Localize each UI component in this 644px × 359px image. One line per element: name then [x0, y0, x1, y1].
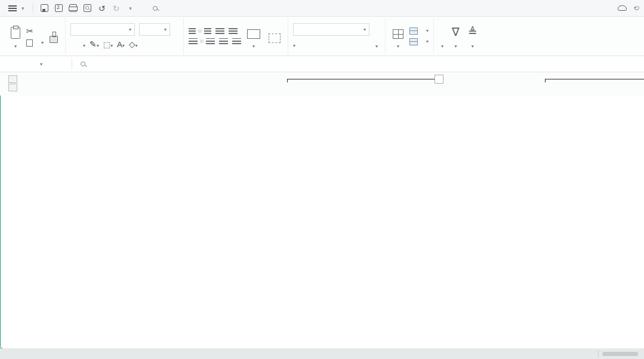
chevron-down-icon: ▾: [21, 5, 24, 11]
outline-level-1-button[interactable]: [8, 75, 17, 83]
ribbon-toolbar: ▾ ✂ ▾ ▾ ▾ ▾ ✎▾ ⬚▾ A▾: [0, 17, 644, 56]
fill-color-button[interactable]: ⬚▾: [103, 40, 113, 49]
cell-style-icon: [409, 38, 418, 45]
merge-center-button[interactable]: ▾: [245, 23, 263, 50]
print-preview-icon: [84, 4, 91, 12]
cut-button[interactable]: ✂: [26, 26, 44, 36]
column-group-bracket: [287, 79, 437, 82]
title-bar: ▾ ↺ ↻ ▾ ల: [0, 0, 644, 17]
chevron-down-icon: ▾: [40, 62, 42, 67]
column-group-bracket: [545, 79, 644, 82]
wrap-text-icon: [269, 33, 281, 43]
filter-button[interactable]: ∇ ▾: [449, 23, 462, 50]
name-box[interactable]: ▾: [2, 62, 68, 67]
toolbar-more-button[interactable]: ▾: [124, 2, 137, 14]
clipboard-group: ▾ ✂ ▾: [4, 18, 66, 54]
sort-icon: ≜: [468, 23, 477, 39]
conditional-format-button[interactable]: ▾: [390, 23, 406, 50]
export-icon: [55, 4, 63, 12]
cut-icon: ✂: [26, 26, 33, 36]
cell-style-button[interactable]: ▾: [409, 38, 429, 45]
table-style-button[interactable]: ▾: [409, 27, 429, 35]
funnel-icon: ∇: [452, 23, 460, 39]
table-style-icon: [409, 27, 418, 35]
freeze-pane-vertical-line: [0, 96, 1, 348]
font-size-select[interactable]: ▾: [139, 23, 170, 36]
styles-group: ▾ ▾ ▾: [386, 18, 434, 54]
chevron-down-icon: ▾: [129, 5, 132, 11]
print-button[interactable]: [67, 2, 80, 14]
currency-button[interactable]: ▾: [293, 39, 295, 49]
formula-input[interactable]: [90, 56, 642, 72]
alignment-group: ▾: [184, 18, 288, 54]
editing-group: ▾ ∇ ▾ ≜ ▾: [434, 18, 485, 54]
export-button[interactable]: [53, 2, 66, 14]
file-menu-button[interactable]: ▾: [5, 5, 28, 11]
zoom-formula-icon[interactable]: [81, 62, 85, 66]
add-sheet-button[interactable]: [7, 348, 19, 359]
align-left-button[interactable]: [189, 38, 198, 45]
sum-button[interactable]: ▾: [439, 23, 446, 50]
number-format-select[interactable]: ▾: [293, 23, 369, 36]
sort-button[interactable]: ≜ ▾: [466, 23, 480, 50]
copy-icon: [26, 39, 33, 47]
save-button[interactable]: [38, 2, 51, 14]
justify-button[interactable]: [219, 38, 228, 45]
borders-button[interactable]: ▾: [83, 39, 85, 49]
hamburger-icon: [8, 5, 17, 11]
redo-icon: ↻: [113, 4, 120, 13]
cloud-sync-icon: [618, 5, 627, 11]
align-bottom-button[interactable]: [204, 28, 211, 35]
wrap-text-button[interactable]: [266, 27, 283, 45]
print-preview-button[interactable]: [81, 2, 94, 14]
decrease-indent-button[interactable]: [215, 28, 224, 35]
save-icon: [41, 4, 48, 12]
undo-icon: ↺: [98, 4, 106, 13]
sheet-tab-bar: [0, 348, 644, 359]
font-color-button[interactable]: A▾: [117, 40, 125, 49]
outline-strip: [0, 72, 644, 96]
divider: [33, 4, 33, 13]
horizontal-scrollbar[interactable]: [602, 352, 638, 356]
eraser-button[interactable]: ◇▾: [129, 39, 138, 49]
increase-indent-button[interactable]: [229, 28, 238, 35]
account-icon[interactable]: ల: [634, 4, 639, 13]
draw-border-button[interactable]: ✎▾: [90, 39, 99, 49]
conditional-format-icon: [393, 29, 403, 39]
text-orientation-button[interactable]: [232, 38, 241, 45]
collapse-group-button[interactable]: [435, 75, 443, 84]
font-name-select[interactable]: ▾: [70, 23, 135, 36]
redo-button[interactable]: ↻: [110, 2, 123, 14]
undo-button[interactable]: ↺: [95, 2, 109, 14]
print-icon: [69, 4, 77, 12]
search-icon: [153, 6, 158, 11]
copy-button[interactable]: ▾: [26, 39, 44, 47]
spreadsheet-grid[interactable]: [0, 96, 644, 348]
align-top-button[interactable]: [189, 28, 196, 35]
number-group: ▾ ▾ ▾: [288, 18, 386, 54]
formula-bar: ▾: [0, 56, 644, 72]
paste-button[interactable]: ▾: [8, 23, 23, 50]
paste-icon: [11, 27, 20, 39]
type-convert-button[interactable]: ▾: [373, 23, 380, 50]
align-right-button[interactable]: [206, 38, 215, 45]
command-search[interactable]: [153, 6, 161, 11]
merge-center-icon: [247, 29, 260, 39]
format-painter-button[interactable]: [47, 27, 60, 45]
format-painter-icon: [50, 36, 58, 43]
font-group: ▾ ▾ ▾ ✎▾ ⬚▾ A▾ ◇▾: [66, 18, 184, 54]
outline-level-2-button[interactable]: [8, 84, 17, 91]
